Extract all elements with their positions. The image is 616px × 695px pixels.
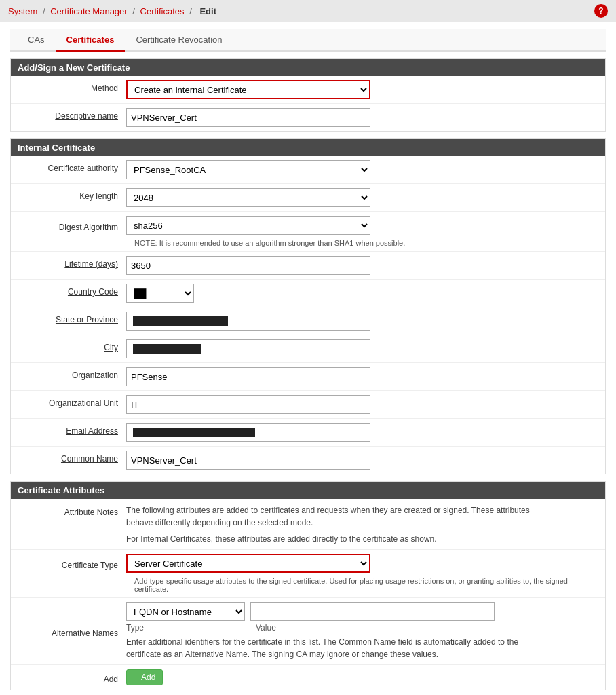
tab-certificates[interactable]: Certificates [56,29,126,52]
cert-type-label: Certificate Type [18,557,126,570]
help-button[interactable]: ? [594,4,608,18]
common-name-row: Common Name [11,447,605,474]
breadcrumb-certificates[interactable]: Certificates [140,6,185,16]
digest-algo-select[interactable]: sha1 sha224 sha256 sha384 sha512 [126,216,370,235]
digest-note: NOTE: It is recommended to use an algori… [134,239,405,247]
alt-names-value-input[interactable] [250,602,495,621]
cert-type-note: Add type-specific usage attributes to th… [134,577,598,593]
city-label: City [18,339,126,352]
cert-attributes-header: Certificate Attributes [11,482,605,499]
add-sign-section: Add/Sign a New Certificate Method Create… [10,58,606,132]
cert-authority-select[interactable]: PFSense_RootCA [126,160,370,179]
descriptive-name-control [126,108,598,127]
alt-names-value-col: Value [256,623,276,633]
key-length-row: Key length 512 1024 2048 4096 [11,184,605,212]
breadcrumb-edit: Edit [199,6,216,16]
add-label: Add [18,671,126,684]
internal-cert-section: Internal Certificate Certificate authori… [10,138,606,474]
country-code-label: Country Code [18,284,126,297]
lifetime-input[interactable] [126,256,370,275]
breadcrumb: System / Certificate Manager / Certifica… [8,6,219,16]
digest-algo-label: Digest Algorithm [18,219,126,232]
org-unit-input[interactable] [126,395,370,414]
add-sign-header: Add/Sign a New Certificate [11,59,605,76]
org-unit-label: Organizational Unit [18,395,126,408]
email-label: Email Address [18,423,126,436]
state-redacted [133,316,228,326]
common-name-label: Common Name [18,451,126,464]
key-length-label: Key length [18,188,126,201]
method-select[interactable]: Create an internal Certificate Import an… [126,80,370,99]
alt-names-note: Enter additional identifiers for the cer… [126,636,533,660]
cert-type-select[interactable]: User Certificate Server Certificate CA [126,554,370,573]
email-row: Email Address [11,419,605,447]
digest-algo-row: Digest Algorithm sha1 sha224 sha256 sha3… [11,212,605,252]
lifetime-row: Lifetime (days) [11,252,605,280]
attr-notes-line1: The following attributes are added to ce… [126,504,533,529]
city-row: City [11,335,605,363]
method-control: Create an internal Certificate Import an… [126,80,598,99]
cert-authority-row: Certificate authority PFSense_RootCA [11,156,605,184]
alt-names-type-col: Type [126,623,250,633]
plus-icon: + [134,673,138,682]
state-label: State or Province [18,312,126,324]
top-bar: System / Certificate Manager / Certifica… [0,0,616,22]
add-btn-label: Add [141,673,155,682]
attr-notes-line2: For Internal Certificates, these attribu… [126,533,533,545]
cert-attributes-section: Certificate Attributes Attribute Notes T… [10,481,606,690]
cert-authority-label: Certificate authority [18,160,126,173]
internal-cert-header: Internal Certificate [11,139,605,156]
org-unit-row: Organizational Unit [11,391,605,419]
tabs: CAs Certificates Certificate Revocation [10,29,606,52]
method-label: Method [18,80,126,93]
city-redacted [133,344,201,354]
lifetime-label: Lifetime (days) [18,256,126,269]
state-row: State or Province [11,307,605,335]
organization-row: Organization [11,363,605,391]
email-redacted [133,428,255,437]
add-button[interactable]: + Add [126,669,163,685]
alt-names-label: Alternative Names [18,625,126,638]
method-row: Method Create an internal Certificate Im… [11,76,605,104]
key-length-select[interactable]: 512 1024 2048 4096 [126,188,370,207]
breadcrumb-system[interactable]: System [8,6,37,16]
breadcrumb-cert-manager[interactable]: Certificate Manager [50,6,127,16]
attr-notes-row: Attribute Notes The following attributes… [11,499,605,550]
descriptive-name-label: Descriptive name [18,108,126,121]
common-name-input[interactable] [126,451,370,470]
descriptive-name-row: Descriptive name [11,104,605,131]
descriptive-name-input[interactable] [126,108,370,127]
tab-cas[interactable]: CAs [17,29,56,52]
organization-label: Organization [18,367,126,380]
alt-names-type-select[interactable]: FQDN or Hostname IP Address Email Addres… [126,602,245,621]
cert-type-row: Certificate Type User Certificate Server… [11,550,605,598]
organization-input[interactable] [126,367,370,386]
tab-revocation[interactable]: Certificate Revocation [125,29,233,52]
alt-names-row: Alternative Names FQDN or Hostname IP Ad… [11,598,605,665]
country-code-row: Country Code ██ [11,280,605,307]
attr-notes-label: Attribute Notes [18,504,126,517]
add-row: Add + Add [11,665,605,690]
country-code-select[interactable]: ██ [126,284,194,303]
